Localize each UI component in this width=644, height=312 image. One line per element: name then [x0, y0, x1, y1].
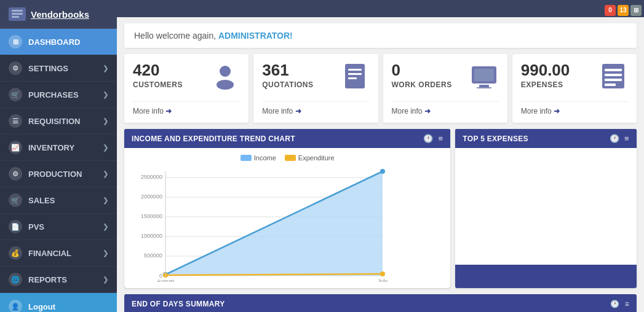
badge-grid[interactable]: ⊞: [630, 5, 642, 16]
customers-number: 420: [133, 61, 183, 79]
chevron-right-icon: ❯: [103, 117, 108, 125]
logo-text: Vendorbooks: [31, 9, 89, 20]
expenditure-legend-box: [285, 155, 296, 161]
quotations-icon: [340, 61, 370, 96]
sidebar-item-pvs[interactable]: 📄 PVS ❯: [0, 214, 117, 240]
charts-row: INCOME AND EXPENDITURE TREND CHART 🕐 ≡ I…: [124, 129, 637, 288]
menu-icon[interactable]: ≡: [625, 300, 629, 308]
badge-notifications[interactable]: 0: [605, 5, 616, 16]
dashboard-icon: ⊞: [9, 35, 22, 49]
topbar: 0 13 ⊞: [117, 0, 644, 17]
chevron-right-icon: ❯: [103, 91, 108, 99]
sidebar-item-requisition[interactable]: ☰ REQUISITION ❯: [0, 108, 117, 135]
quotations-label: QUOTATIONS: [262, 80, 313, 89]
sidebar-logo[interactable]: Vendorbooks: [0, 0, 117, 29]
expenses-icon: [598, 61, 628, 96]
production-icon: ⚙: [9, 167, 22, 181]
badge-alerts[interactable]: 13: [618, 5, 629, 16]
chevron-right-icon: ❯: [103, 223, 108, 231]
sidebar-item-settings[interactable]: ⚙ SETTINGS ❯: [0, 55, 117, 82]
svg-rect-1: [12, 13, 23, 15]
income-chart-body: Income Expenditure 0 500000 1000000 1500…: [124, 148, 450, 288]
work-orders-number: 0: [392, 61, 452, 79]
admin-name: ADMINISTRATOR!: [218, 31, 293, 41]
svg-text:2500000: 2500000: [141, 174, 162, 180]
svg-rect-7: [348, 73, 362, 75]
chevron-right-icon: ❯: [103, 64, 108, 72]
chevron-right-icon: ❯: [103, 249, 108, 257]
stat-card-quotations: 361 QUOTATIONS More info ➜: [253, 54, 378, 123]
chart-legend: Income Expenditure: [130, 154, 444, 162]
svg-rect-6: [348, 69, 362, 71]
svg-point-36: [380, 271, 385, 276]
svg-rect-17: [605, 84, 616, 86]
svg-rect-16: [605, 79, 622, 81]
chevron-right-icon: ❯: [103, 170, 108, 178]
clock-icon[interactable]: 🕐: [610, 134, 619, 143]
customers-icon: [210, 61, 240, 96]
stat-card-expenses: 990.00 EXPENSES More info ➜: [512, 54, 637, 123]
work-orders-more-info[interactable]: More info ➜: [392, 101, 499, 115]
svg-rect-5: [345, 64, 365, 88]
chevron-right-icon: ❯: [103, 197, 108, 205]
requisition-icon: ☰: [9, 114, 22, 128]
logout-button[interactable]: 👤 Logout: [0, 293, 117, 312]
reports-icon: 🌐: [9, 273, 22, 286]
expenses-more-info[interactable]: More info ➜: [521, 101, 628, 115]
logo-icon: [9, 7, 26, 21]
quotations-more-info[interactable]: More info ➜: [262, 101, 369, 115]
svg-text:2000000: 2000000: [141, 193, 162, 200]
stat-card-customers: 420 CUSTOMERS More info ➜: [124, 54, 248, 123]
menu-icon[interactable]: ≡: [438, 134, 443, 143]
work-orders-icon: [469, 61, 499, 96]
svg-text:July: July: [378, 278, 388, 282]
sidebar-item-sales[interactable]: 🛒 SALES ❯: [0, 187, 117, 214]
sidebar-item-financial[interactable]: 💰 FINANCIAL ❯: [0, 240, 117, 267]
customers-more-info[interactable]: More info ➜: [133, 101, 240, 115]
sidebar-item-reports[interactable]: 🌐 REPORTS ❯: [0, 267, 117, 293]
svg-rect-2: [12, 16, 19, 18]
stats-row: 420 CUSTOMERS More info ➜ 361 QUOTATIONS: [124, 54, 637, 123]
welcome-bar: Hello welcome again, ADMINISTRATOR!: [124, 23, 637, 48]
sales-icon: 🛒: [9, 193, 22, 207]
work-orders-label: WORK ORDERS: [392, 80, 452, 89]
top5-chart-header: TOP 5 EXPENSES 🕐 ≡: [455, 129, 637, 148]
quotations-number: 361: [262, 61, 313, 79]
income-legend-box: [241, 155, 252, 161]
svg-rect-11: [479, 85, 489, 87]
settings-icon: ⚙: [9, 61, 22, 75]
svg-rect-14: [605, 69, 622, 71]
financial-icon: 💰: [9, 246, 22, 260]
sidebar-item-production[interactable]: ⚙ PRODUCTION ❯: [0, 161, 117, 187]
svg-rect-12: [477, 87, 491, 88]
stat-card-work-orders: 0 WORK ORDERS More info ➜: [383, 54, 507, 123]
logout-icon: 👤: [9, 300, 22, 312]
svg-rect-8: [348, 77, 357, 79]
svg-rect-10: [474, 69, 494, 81]
chevron-right-icon: ❯: [103, 276, 108, 284]
sidebar-item-purchases[interactable]: 🛒 PURCHASES ❯: [0, 82, 117, 108]
top5-chart-body: [455, 148, 637, 265]
menu-icon[interactable]: ≡: [624, 134, 629, 143]
expenses-label: EXPENSES: [521, 80, 570, 89]
clock-icon[interactable]: 🕐: [610, 300, 619, 308]
svg-point-3: [220, 66, 231, 77]
income-svg-chart: 0 500000 1000000 1500000 2000000 2500000: [130, 165, 389, 282]
sidebar-item-inventory[interactable]: 📈 INVENTORY ❯: [0, 135, 117, 161]
svg-text:August: August: [157, 278, 175, 282]
income-chart-header: INCOME AND EXPENDITURE TREND CHART 🕐 ≡: [124, 129, 450, 148]
sidebar-item-dashboard[interactable]: ⊞ DASHBOARD: [0, 29, 117, 55]
clock-icon[interactable]: 🕐: [423, 134, 433, 143]
chevron-right-icon: ❯: [103, 144, 108, 152]
customers-label: CUSTOMERS: [133, 80, 183, 89]
pvs-icon: 📄: [9, 220, 22, 233]
top5-chart-panel: TOP 5 EXPENSES 🕐 ≡: [455, 129, 637, 288]
summary-bar: END OF DAYS SUMMARY 🕐 ≡: [124, 294, 637, 312]
summary-bar-icons: 🕐 ≡: [610, 300, 629, 308]
sidebar: Vendorbooks ⊞ DASHBOARD ⚙ SETTINGS ❯ 🛒 P…: [0, 0, 117, 312]
svg-rect-15: [605, 74, 622, 76]
svg-rect-0: [12, 10, 23, 12]
inventory-icon: 📈: [9, 141, 22, 154]
purchases-icon: 🛒: [9, 88, 22, 101]
income-chart-panel: INCOME AND EXPENDITURE TREND CHART 🕐 ≡ I…: [124, 129, 450, 288]
